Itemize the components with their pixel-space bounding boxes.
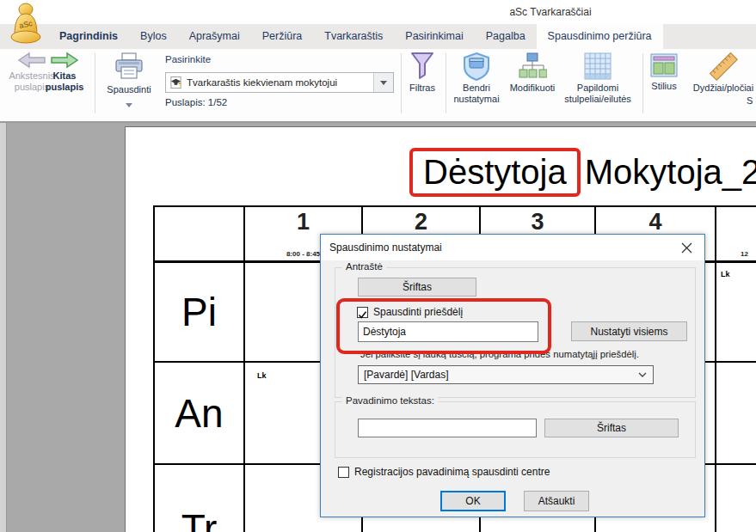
print-settings-dialog: Spausdinimo nustatymai Antraštė Šriftas … [320,234,705,517]
period-number: 4 [596,209,715,235]
dropdown-arrow-icon [126,103,132,107]
tab-pagrindinis[interactable]: Pagrindinis [48,24,129,49]
modify-label: Modifikuoti [502,83,562,94]
lesson-note: Lk [721,270,730,278]
funnel-icon [409,52,435,81]
print-prefix-checkbox[interactable] [357,307,368,318]
general-settings-button[interactable]: Bendri nustatymai [449,52,504,105]
cancel-button[interactable]: Atšaukti [524,491,589,511]
org-chart-icon [518,52,547,81]
period-header-5: 12 [716,207,756,263]
modify-button[interactable]: Modifikuoti [502,52,562,94]
schedule-type-value: Tvarkaraštis kiekvienam mokytojui [182,77,373,88]
title-rest: Mokytoja_2 [585,153,756,192]
style-window-icon [649,52,679,79]
tab-pagalba[interactable]: Pagalba [475,24,537,49]
ribbon-separator [642,53,643,113]
print-label: Spausdinti [100,84,158,95]
shield-icon [462,52,491,81]
dialog-title-bar[interactable]: Spausdinimo nustatymai [321,235,704,260]
tab-spausdinimo-perziura[interactable]: Spausdinimo peržiūra [537,24,663,49]
app-window: aSc Tvarkaraščiai aSc Pagrindinis Bylos … [0,0,756,532]
select-label: Pasirinkite [165,54,211,64]
title-prefix-annotation: Dėstytoja [409,148,581,197]
extra-columns-label: Papildomi stulpeliai/eilutės [557,83,638,105]
timetable-title: Dėstytoja Mokytoja_2 [409,148,756,197]
title-text-group-legend: Pavadinimo tekstas: [342,395,438,406]
tab-perziura[interactable]: Peržiūra [251,24,314,49]
grid-icon [584,52,612,81]
title-text-input[interactable] [358,419,537,437]
tab-pasirinkimai[interactable]: Pasirinkimai [394,24,474,49]
header-font-button[interactable]: Šriftas [358,278,476,297]
corner-cell [155,207,245,263]
dialog-close-button[interactable] [668,235,704,260]
page-indicator: Puslapis: 1/52 [165,97,227,107]
extra-columns-button[interactable]: Papildomi stulpeliai/eilutės [557,52,638,105]
sizes-widths-label: Dydžiai/pločiai [685,83,756,94]
style-label: Stilius [645,81,683,92]
next-page-button[interactable]: Kitas puslapis [40,52,89,93]
period-time: 12 [716,250,748,258]
period-number: 1 [245,209,361,235]
prefix-text-input[interactable] [358,321,538,342]
asc-bell-logo-icon: aSc [9,3,43,46]
schedule-type-dropdown-button[interactable] [373,73,393,92]
print-prefix-checkbox-label[interactable]: Spausdinti priešdėlį [373,306,463,318]
general-settings-label: Bendri nustatymai [449,83,504,105]
teacher-timetable-icon [169,76,182,89]
day-label-pi: Pi [155,263,245,363]
ribbon: Ankstesnis puslapis Kitas puslapis Spaus… [0,49,756,123]
filter-button[interactable]: Filtras [404,52,440,94]
tab-tvarkarastis[interactable]: Tvarkaraštis [313,24,394,49]
ruler-icon [708,52,739,81]
lesson-cell [716,465,756,532]
tab-aprasymai[interactable]: Aprašymai [178,24,251,49]
arrow-right-icon [50,52,79,69]
lesson-note: Lk [257,371,267,380]
name-format-value: [Pavardė] [Vardas] [359,369,632,381]
center-title-checkbox[interactable] [338,467,349,478]
sizes-widths-button[interactable]: Dydžiai/pločiai [685,52,756,94]
ok-button[interactable]: OK [440,491,506,511]
name-format-combobox[interactable]: [Pavardė] [Vardas] [358,365,654,384]
canvas-edge-strip [0,123,7,532]
checkmark-icon [358,310,367,320]
ribbon-separator [401,53,402,113]
filter-label: Filtras [404,83,440,94]
next-page-label: Kitas puslapis [40,70,89,93]
print-button[interactable]: Spausdinti [100,52,158,111]
close-icon [681,242,692,254]
style-button[interactable]: Stilius [645,52,683,92]
ribbon-separator [446,53,446,113]
prefix-hint-text: Jei paliksite šį lauką tuščią, programa … [360,349,639,359]
chevron-down-icon [632,372,653,377]
window-title: aSc Tvarkaraščiai [456,6,645,18]
day-label-an: An [155,363,245,465]
period-number: 2 [363,209,479,235]
clipped-group-label: S [747,95,753,106]
period-number: 3 [481,209,594,235]
dialog-title: Spausdinimo nustatymai [329,242,442,254]
chevron-down-icon [380,81,387,85]
schedule-type-combobox[interactable]: Tvarkaraštis kiekvienam mokytojui [165,72,394,93]
ribbon-separator [95,53,95,113]
title-prefix: Dėstytoja [423,153,567,191]
tab-bylos[interactable]: Bylos [129,24,178,49]
center-title-checkbox-label[interactable]: Registracijos pavadinimą spausdinti cent… [354,466,550,478]
day-label-tr: Tr [155,465,245,532]
title-bar: aSc Tvarkaraščiai [0,0,756,24]
lesson-cell [716,363,756,465]
lesson-cell: Lk [716,263,756,363]
header-group-legend: Antraštė [342,261,386,272]
ribbon-tab-bar: Pagrindinis Bylos Aprašymai Peržiūra Tva… [0,24,756,49]
set-for-all-button[interactable]: Nustatyti visiems [571,321,687,341]
printer-icon [114,52,144,83]
title-font-button[interactable]: Šriftas [544,419,679,437]
